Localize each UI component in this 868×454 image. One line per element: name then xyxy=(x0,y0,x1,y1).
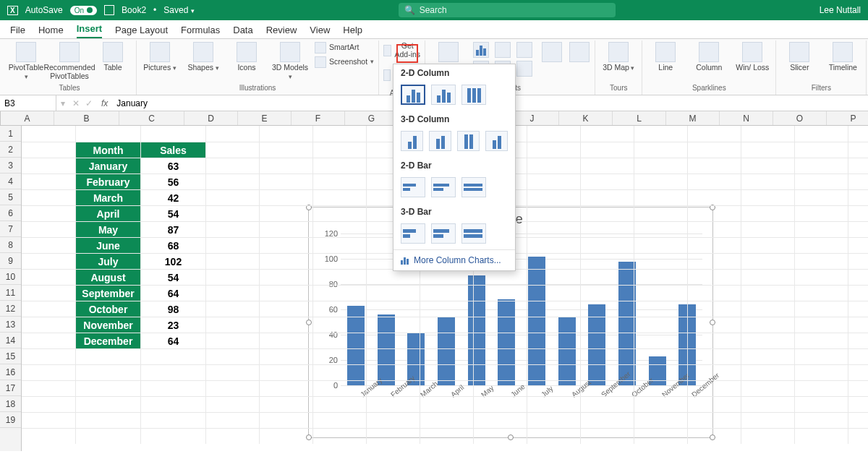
sparkline-winloss-button[interactable]: Win/ Loss xyxy=(733,42,771,72)
row-header-1[interactable]: 1 xyxy=(0,126,21,142)
3d-clustered-column-option[interactable] xyxy=(401,131,423,151)
insert-pie-chart-button[interactable] xyxy=(516,42,532,58)
insert-line-chart-button[interactable] xyxy=(495,42,511,58)
tab-help[interactable]: Help xyxy=(343,25,362,38)
col-header-N[interactable]: N xyxy=(720,111,773,125)
pivotchart-button[interactable] xyxy=(569,42,590,62)
resize-handle[interactable] xyxy=(306,434,312,440)
shapes-button[interactable]: Shapes xyxy=(184,42,222,72)
100-stacked-bar-option[interactable] xyxy=(461,177,486,197)
row-header-10[interactable]: 10 xyxy=(0,269,21,285)
3d-stacked-column-option[interactable] xyxy=(429,131,451,151)
table-header-month: Month xyxy=(76,142,141,158)
tab-page-layout[interactable]: Page Layout xyxy=(115,25,168,38)
save-icon[interactable] xyxy=(104,5,114,15)
3d-100-stacked-bar-option[interactable] xyxy=(461,223,486,244)
chart-bar[interactable] xyxy=(347,306,365,385)
3d-column-option[interactable] xyxy=(485,131,508,151)
screenshot-button[interactable]: Screenshot xyxy=(315,56,374,68)
row-header-19[interactable]: 19 xyxy=(0,412,21,428)
row-header-7[interactable]: 7 xyxy=(0,221,21,237)
row-header-4[interactable]: 4 xyxy=(0,174,21,189)
screenshot-icon xyxy=(315,56,326,68)
search-input[interactable]: 🔍 Search xyxy=(399,3,616,17)
resize-handle[interactable] xyxy=(710,320,715,325)
timeline-button[interactable]: Timeline xyxy=(824,42,861,72)
chart-ytick: 80 xyxy=(319,280,338,288)
row-header-3[interactable]: 3 xyxy=(0,158,21,174)
tab-review[interactable]: Review xyxy=(266,25,297,38)
tab-view[interactable]: View xyxy=(310,25,330,38)
3d-100-stacked-column-option[interactable] xyxy=(457,131,480,151)
name-box[interactable]: B3 xyxy=(0,95,56,111)
row-header-12[interactable]: 12 xyxy=(0,301,21,317)
col-header-L[interactable]: L xyxy=(613,111,666,125)
resize-handle[interactable] xyxy=(508,434,514,440)
stacked-bar-option[interactable] xyxy=(431,177,456,197)
sparkline-line-button[interactable]: Line xyxy=(647,42,684,72)
col-header-O[interactable]: O xyxy=(773,111,827,125)
tab-home[interactable]: Home xyxy=(38,25,64,38)
pivottable-button[interactable]: PivotTable xyxy=(7,42,45,81)
row-header-13[interactable]: 13 xyxy=(0,317,21,333)
row-header-16[interactable]: 16 xyxy=(0,364,21,380)
row-header-15[interactable]: 15 xyxy=(0,348,21,364)
row-header-6[interactable]: 6 xyxy=(0,205,21,221)
autosave-toggle[interactable]: On xyxy=(70,6,97,15)
recommended-pivottables-button[interactable]: Recommended PivotTables xyxy=(51,42,88,80)
tab-file[interactable]: File xyxy=(10,25,25,38)
col-header-C[interactable]: C xyxy=(119,111,184,125)
more-column-charts-button[interactable]: More Column Charts... xyxy=(393,249,515,270)
3d-clustered-bar-option[interactable] xyxy=(401,223,425,244)
3d-stacked-bar-option[interactable] xyxy=(431,223,456,244)
fx-icon[interactable]: fx xyxy=(95,98,114,108)
col-header-P[interactable]: P xyxy=(827,111,868,125)
smartart-button[interactable]: SmartArt xyxy=(315,42,374,53)
insert-column-chart-button[interactable] xyxy=(473,42,489,58)
cancel-icon[interactable]: ✕ xyxy=(69,98,82,108)
table-button[interactable]: Table xyxy=(94,42,132,72)
resize-handle[interactable] xyxy=(710,434,715,440)
sparkline-column-button[interactable]: Column xyxy=(690,42,728,72)
user-name[interactable]: Lee Nuttall xyxy=(820,5,861,15)
col-header-F[interactable]: F xyxy=(292,111,345,125)
row-header-17[interactable]: 17 xyxy=(0,380,21,396)
col-header-E[interactable]: E xyxy=(238,111,292,125)
col-header-D[interactable]: D xyxy=(184,111,238,125)
3d-map-button[interactable]: 3D Map xyxy=(600,42,637,72)
tab-insert[interactable]: Insert xyxy=(77,23,102,38)
row-header-8[interactable]: 8 xyxy=(0,237,21,253)
row-header-14[interactable]: 14 xyxy=(0,333,21,348)
slicer-button[interactable]: Slicer xyxy=(780,42,818,72)
col-header-A[interactable]: A xyxy=(1,111,54,125)
col-header-K[interactable]: K xyxy=(559,111,613,125)
maps-button[interactable] xyxy=(541,42,563,62)
100-stacked-column-option[interactable] xyxy=(461,85,486,105)
chart-icon xyxy=(401,256,409,265)
row-header-18[interactable]: 18 xyxy=(0,396,21,412)
clustered-column-option[interactable] xyxy=(401,85,425,105)
clustered-bar-option[interactable] xyxy=(401,177,425,197)
tab-data[interactable]: Data xyxy=(233,25,252,38)
chart-bar[interactable] xyxy=(378,314,395,385)
3d-models-button[interactable]: 3D Models xyxy=(271,42,309,81)
chart-bar[interactable] xyxy=(558,317,576,386)
insert-combo-chart-button[interactable] xyxy=(516,61,532,77)
chart-bar[interactable] xyxy=(528,257,545,386)
col-header-B[interactable]: B xyxy=(54,111,119,125)
resize-handle[interactable] xyxy=(306,320,312,325)
chart-bar[interactable] xyxy=(498,299,515,385)
row-header-11[interactable]: 11 xyxy=(0,285,21,301)
row-header-2[interactable]: 2 xyxy=(0,142,21,158)
chart-bar[interactable] xyxy=(438,317,455,386)
enter-icon[interactable]: ✓ xyxy=(82,98,95,108)
stacked-column-option[interactable] xyxy=(431,85,456,105)
row-header-5[interactable]: 5 xyxy=(0,189,21,205)
chart-bar[interactable] xyxy=(468,275,485,385)
pictures-button[interactable]: Pictures xyxy=(141,42,179,72)
tab-formulas[interactable]: Formulas xyxy=(181,25,220,38)
col-header-M[interactable]: M xyxy=(666,111,720,125)
row-header-9[interactable]: 9 xyxy=(0,253,21,269)
icons-button[interactable]: Icons xyxy=(228,42,265,72)
col-header-G[interactable]: G xyxy=(345,111,399,125)
